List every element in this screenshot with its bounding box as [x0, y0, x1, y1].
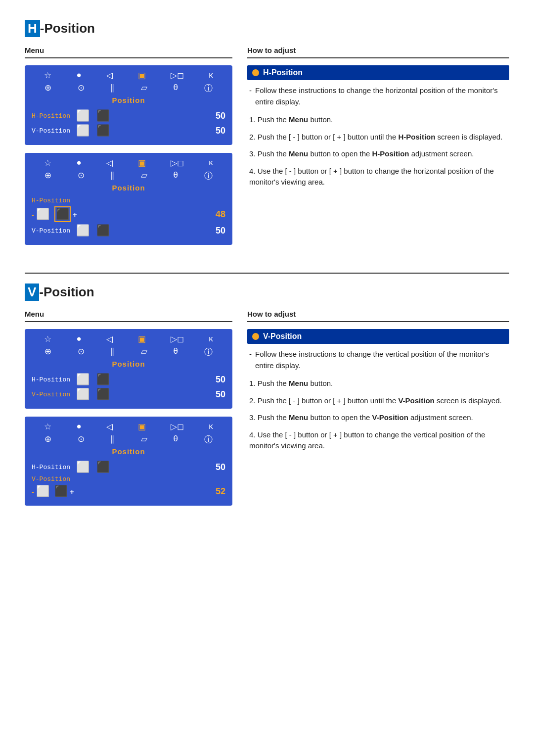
v-screen2-v-row: V-Position [32, 474, 225, 484]
v-screen2-h-value: 50 [216, 462, 225, 472]
v-screen2-v-label: V-Position [32, 475, 76, 483]
v-bars-icon: ∥ [110, 346, 115, 358]
square-icon: ▱ [141, 83, 147, 94]
image-icon1: ◁ [106, 70, 113, 81]
h-screen2-v-label: V-Position [32, 227, 76, 235]
v-screen1-v-value: 50 [216, 389, 225, 400]
v-screen1-v-row: V-Position ⬜ ⬛ 50 [32, 387, 225, 402]
h-how-title-bar: H-Position [247, 65, 509, 80]
image-icon2: ▣ [138, 70, 146, 81]
h-screen1-v-row: V-Position ⬜ ⬛ 50 [32, 123, 225, 138]
v-sun-icon: ☆ [44, 334, 51, 344]
v-circle-icon4: ⊙ [78, 434, 85, 445]
orange-dot-v [252, 333, 259, 340]
v-how-header: How to adjust [247, 310, 509, 322]
h-screen2-h-label: H-Position [32, 197, 76, 204]
k-icon2: ĸ [209, 158, 213, 168]
h-screen2-h-row: H-Position [32, 196, 225, 205]
h-screen1-v-value: 50 [216, 126, 225, 136]
h-menu-col: Menu ☆ ● ◁ ▣ ▷◻ ĸ ⊕ ⊙ ∥ ▱ θ ⓘ [25, 46, 232, 253]
v-image-icon6: ▷◻ [171, 422, 184, 432]
theta-icon2: θ [174, 170, 178, 182]
v-screen1-v-icon-left: ⬜ [76, 388, 89, 401]
v-contrast-icon2: ● [77, 422, 82, 432]
v-how-title: V-Position [263, 332, 302, 341]
v-screen2-h-label: H-Position [32, 464, 76, 471]
v-sun-icon2: ☆ [44, 422, 51, 432]
h-screen1-icons-row2: ⊕ ⊙ ∥ ▱ θ ⓘ [32, 83, 225, 94]
v-screen1-h-icon-left: ⬜ [76, 373, 89, 386]
circle-icon1: ⊕ [44, 83, 51, 94]
h-screen2-h-value: 48 [216, 209, 225, 220]
v-position-section: V-Position Menu ☆ ● ◁ ▣ ▷◻ ĸ ⊕ ⊙ ∥ [25, 284, 509, 514]
v-screen1-h-row: H-Position ⬜ ⬛ 50 [32, 372, 225, 387]
h-screen2-v-icon-right: ⬛ [96, 224, 110, 237]
v-screen2-icon-right: ⬛ [54, 485, 68, 498]
h-how-header: How to adjust [247, 46, 509, 58]
v-theta-icon: θ [174, 346, 178, 358]
v-screen1-v-icon-right: ⬛ [96, 388, 110, 401]
section-divider [25, 273, 509, 274]
h-screen2: ☆ ● ◁ ▣ ▷◻ ĸ ⊕ ⊙ ∥ ▱ θ ⓘ Position [25, 153, 232, 245]
v-how-title-bar: V-Position [247, 329, 509, 344]
h-screen2-v-icon-left: ⬜ [76, 224, 89, 237]
h-position-content: Menu ☆ ● ◁ ▣ ▷◻ ĸ ⊕ ⊙ ∥ ▱ θ ⓘ [25, 46, 509, 253]
v-screen1-h-icon-right: ⬛ [96, 373, 110, 386]
v-circle-icon1: ⊕ [44, 346, 51, 358]
v-contrast-icon: ● [77, 334, 82, 344]
v-menu-header: Menu [25, 310, 232, 322]
image-icon6: ▷◻ [171, 158, 184, 168]
h-how-title: H-Position [263, 68, 303, 77]
v-position-content: Menu ☆ ● ◁ ▣ ▷◻ ĸ ⊕ ⊙ ∥ ▱ θ ⓘ [25, 310, 509, 514]
h-screen1-h-icon-right: ⬛ [96, 109, 110, 122]
v-image-icon1: ◁ [106, 334, 113, 344]
v-screen1-h-value: 50 [216, 375, 225, 385]
v-screen1-h-label: H-Position [32, 376, 76, 383]
v-circle-icon3: ⊕ [44, 434, 51, 445]
v-square-icon2: ▱ [141, 434, 147, 445]
v-how-intro: Follow these instructions to change the … [247, 349, 509, 371]
info-icon: ⓘ [204, 83, 213, 94]
v-info-icon2: ⓘ [204, 434, 213, 445]
v-info-icon: ⓘ [204, 346, 213, 358]
h-screen1-v-label: V-Position [32, 127, 76, 135]
v-k-icon: ĸ [209, 334, 213, 344]
h-screen2-h-icons-row: - ⬜ ⬛ + 48 [32, 205, 225, 223]
circle-icon2: ⊙ [78, 83, 85, 94]
h-step1: 1. Push the Menu button. [247, 114, 509, 126]
image-icon5: ▣ [138, 158, 146, 168]
circle-icon3: ⊕ [44, 170, 51, 182]
sun-icon2: ☆ [44, 158, 51, 168]
h-screen1-h-row: H-Position ⬜ ⬛ 50 [32, 108, 225, 123]
circle-icon4: ⊙ [78, 170, 85, 182]
v-plus-sign: + [70, 487, 74, 496]
h-title-rest: -Position [40, 21, 95, 36]
h-how-col: How to adjust H-Position Follow these in… [247, 46, 509, 253]
v-square-icon: ▱ [141, 346, 147, 358]
h-screen1-h-icon-left: ⬜ [76, 109, 89, 122]
h-step3: 3. Push the Menu button to open the H-Po… [247, 148, 509, 160]
h-menu-header: Menu [25, 46, 232, 58]
v-screen2: ☆ ● ◁ ▣ ▷◻ ĸ ⊕ ⊙ ∥ ▱ θ ⓘ Position [25, 417, 232, 506]
h-screen2-icons-row1: ☆ ● ◁ ▣ ▷◻ ĸ [32, 158, 225, 168]
h-position-title: H-Position [25, 20, 95, 37]
v-step2: 2. Push the [ - ] button or [ + ] button… [247, 395, 509, 407]
v-screen1-v-label: V-Position [32, 391, 76, 398]
orange-dot-h [252, 69, 259, 76]
h-step2: 2. Push the [ - ] button or [ + ] button… [247, 132, 509, 143]
bars-icon: ∥ [110, 83, 115, 94]
v-step1: 1. Push the Menu button. [247, 378, 509, 389]
v-menu-col: Menu ☆ ● ◁ ▣ ▷◻ ĸ ⊕ ⊙ ∥ ▱ θ ⓘ [25, 310, 232, 514]
v-screen2-h-icon-right: ⬛ [96, 461, 110, 473]
h-how-intro: Follow these instructions to change the … [247, 85, 509, 107]
v-screen1-label: Position [32, 360, 225, 368]
image-icon3: ▷◻ [171, 70, 184, 81]
v-screen1-icons-row2: ⊕ ⊙ ∥ ▱ θ ⓘ [32, 346, 225, 358]
v-image-icon3: ▷◻ [171, 334, 184, 344]
v-title-letter: V [25, 284, 39, 301]
v-title-rest: -Position [39, 284, 94, 300]
h-screen1-h-label: H-Position [32, 112, 76, 120]
h-screen1-label: Position [32, 96, 225, 104]
h-title-letter: H [25, 20, 40, 37]
v-step4: 4. Use the [ - ] button or [ + ] button … [247, 429, 509, 452]
